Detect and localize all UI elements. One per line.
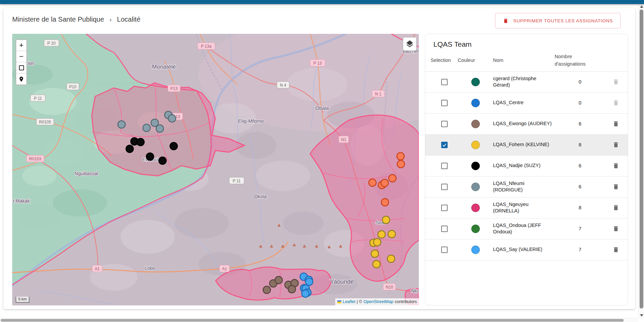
vertical-scrollbar[interactable]	[638, 4, 644, 318]
team-assignment-count: 6	[579, 184, 581, 189]
team-checkbox[interactable]	[441, 205, 448, 211]
map-label: Okola	[254, 194, 267, 199]
map-label: t-Makak	[13, 198, 30, 204]
svg-text:P 11: P 11	[34, 96, 42, 101]
scroll-up-arrow-icon[interactable]	[640, 5, 643, 8]
scroll-down-arrow-icon[interactable]	[640, 314, 643, 317]
map-marker-black[interactable]	[146, 153, 154, 160]
map-marker-orange[interactable]	[381, 179, 388, 187]
table-header: Selection Couleur Nom Nombre d'assignati…	[425, 53, 628, 72]
team-checkbox[interactable]	[441, 121, 448, 127]
team-checkbox[interactable]	[441, 226, 448, 232]
osm-link[interactable]: OpenStreetMap	[363, 299, 393, 304]
delete-all-assignments-button[interactable]: SUPPRIMER TOUTES LES ASSIGNATIONS	[495, 13, 621, 28]
map-marker-black[interactable]	[126, 145, 133, 153]
map-marker-yellow[interactable]	[373, 260, 380, 268]
svg-text:A1: A1	[95, 267, 100, 271]
breadcrumb: Ministere de la Sante Publique › Localit…	[12, 16, 141, 23]
map-marker-orange[interactable]	[381, 199, 389, 206]
table-row: LQAS_Ewongo (AUDREY)6	[425, 114, 628, 135]
map-marker-orange[interactable]	[369, 179, 376, 186]
map-marker-orange[interactable]	[397, 153, 404, 160]
map-marker-brown[interactable]	[263, 286, 271, 294]
map-marker-black[interactable]	[159, 157, 166, 164]
team-color-dot	[471, 120, 480, 128]
delete-team-button[interactable]	[610, 223, 622, 235]
breadcrumb-separator: ›	[109, 16, 111, 23]
map-marker-yellow[interactable]	[378, 231, 385, 238]
map-canvas: P 10P10P 11R0105N 4P 11P 13aP 13P1313N 1…	[12, 34, 419, 305]
team-checkbox[interactable]	[441, 247, 448, 253]
map-marker-brown[interactable]	[288, 285, 296, 293]
breadcrumb-root-link[interactable]: Ministere de la Sante Publique	[12, 16, 104, 23]
map-marker-yellow[interactable]	[371, 250, 379, 257]
map-marker-yellow[interactable]	[373, 238, 381, 246]
map-marker-slate[interactable]	[143, 124, 150, 132]
team-name: LQAS_Nfeumi (RODRIGUE)	[493, 180, 555, 193]
team-checkbox[interactable]	[441, 142, 448, 148]
team-name: LQAS_Say (VALERIE)	[493, 246, 555, 253]
svg-text:P13: P13	[170, 86, 178, 91]
vertical-scrollbar-thumb[interactable]	[640, 9, 643, 308]
team-checkbox[interactable]	[441, 163, 448, 169]
locate-button[interactable]	[16, 73, 26, 85]
map-marker-orange[interactable]	[389, 175, 396, 182]
map-marker-slate[interactable]	[168, 115, 176, 122]
horizontal-scrollbar-thumb[interactable]	[1, 319, 624, 322]
team-checkbox[interactable]	[441, 79, 448, 85]
map-marker-slate[interactable]	[118, 121, 125, 128]
team-name: cgerard (Christophe Gérard)	[493, 75, 555, 88]
team-color-dot	[471, 78, 480, 86]
delete-team-button[interactable]	[610, 160, 622, 172]
road-shield: N 4	[277, 82, 289, 88]
team-name: LQAS_Ondoua (JEFF Ondoua)	[493, 222, 555, 235]
delete-all-label: SUPPRIMER TOUTES LES ASSIGNATIONS	[513, 18, 613, 23]
team-checkbox[interactable]	[441, 100, 448, 106]
map-marker-black[interactable]	[137, 138, 144, 146]
delete-team-button[interactable]	[610, 244, 622, 256]
svg-text:N 1: N 1	[375, 92, 382, 96]
team-assignment-count: 0	[579, 100, 581, 106]
delete-team-button[interactable]	[610, 202, 622, 214]
team-name: LQAS_Ngeuyeu (ORNELLA)	[493, 201, 555, 214]
map-marker-blue[interactable]	[305, 278, 313, 285]
map-marker-yellow[interactable]	[382, 216, 390, 224]
box-zoom-button[interactable]	[16, 62, 26, 73]
map-label: Elig-Mfomo	[238, 118, 264, 124]
team-assignment-count: 0	[579, 79, 581, 85]
leaflet-link[interactable]: Leaflet	[343, 299, 356, 304]
horizontal-scrollbar[interactable]	[0, 318, 638, 322]
breadcrumb-current: Localité	[117, 16, 141, 23]
leaflet-map[interactable]: P 10P10P 11R0105N 4P 11P 13aP 13P1313N 1…	[12, 34, 419, 305]
map-marker-yellow[interactable]	[388, 230, 395, 238]
team-assignment-count: 7	[579, 226, 581, 231]
team-checkbox[interactable]	[441, 184, 448, 190]
map-marker-black[interactable]	[170, 142, 177, 150]
road-shield: N10	[383, 283, 396, 290]
delete-team-button[interactable]	[610, 181, 622, 193]
table-row: LQAS_Nadjie (SUZY)6	[425, 156, 628, 177]
road-shield: P 11	[30, 95, 45, 101]
map-marker-yellow[interactable]	[387, 255, 395, 262]
map-marker-blue[interactable]	[302, 290, 309, 297]
map-marker-slate[interactable]	[156, 125, 164, 132]
table-row: LQAS_Nfeumi (RODRIGUE)6	[425, 177, 628, 198]
map-marker-brown[interactable]	[275, 276, 282, 284]
delete-team-button[interactable]	[610, 118, 622, 130]
table-row: LQAS_Centre0	[425, 93, 628, 114]
road-shield: N 1	[372, 90, 385, 97]
team-name: LQAS_Nadjie (SUZY)	[493, 162, 555, 169]
column-header-nom: Nom	[493, 57, 555, 64]
layers-control[interactable]	[403, 37, 417, 51]
map-marker-orange[interactable]	[397, 160, 405, 168]
map-attribution: Leaflet | © OpenStreetMap contributors	[335, 298, 419, 305]
road-shield: R0105	[36, 118, 54, 125]
zoom-out-button[interactable]: −	[16, 51, 26, 62]
team-assignment-count: 7	[579, 247, 581, 252]
map-label: Yaoundé	[330, 278, 354, 285]
map-label: ion	[28, 61, 35, 66]
table-row: LQAS_Fohem (KELVINE)8	[425, 135, 628, 156]
zoom-in-button[interactable]: +	[16, 40, 26, 51]
team-name: LQAS_Fohem (KELVINE)	[493, 141, 555, 148]
delete-team-button[interactable]	[610, 139, 622, 151]
